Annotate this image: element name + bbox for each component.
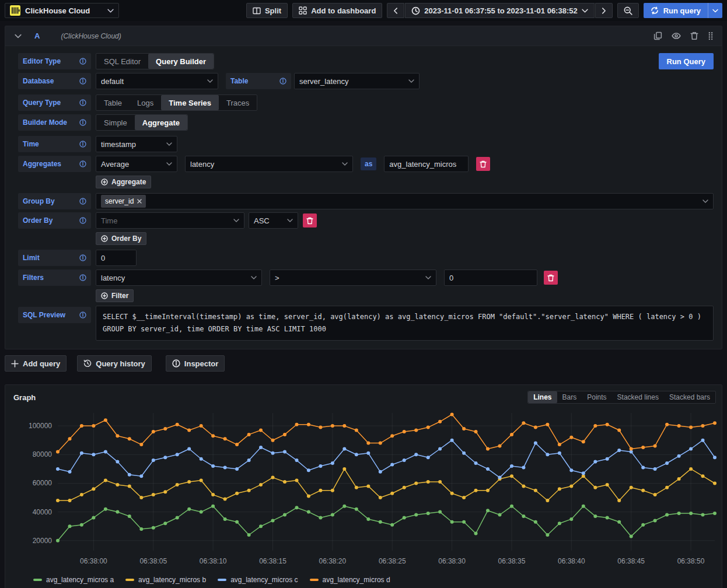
editor-type-sql-editor[interactable]: SQL Editor [96, 54, 148, 69]
sync-icon [651, 6, 659, 15]
trash-icon[interactable] [690, 32, 698, 40]
remove-tag-icon[interactable] [137, 199, 142, 204]
graph-mode-stacked-bars[interactable]: Stacked bars [664, 391, 715, 403]
series-point [68, 437, 72, 440]
info-icon[interactable] [79, 274, 86, 281]
builder-mode-simple[interactable]: Simple [96, 115, 135, 130]
remove-filter-button[interactable] [544, 271, 558, 285]
time-row: Time timestamp [18, 136, 714, 152]
info-icon[interactable] [79, 119, 86, 126]
time-column-select[interactable]: timestamp [96, 136, 177, 152]
series-point [713, 421, 716, 425]
graph-mode-points[interactable]: Points [582, 391, 611, 403]
sql-preview-code: SELECT $__timeInterval(timestamp) as tim… [96, 306, 714, 341]
info-icon[interactable] [79, 99, 86, 106]
filter-value-input[interactable] [444, 270, 537, 286]
aggregates-label: Aggregates [18, 156, 91, 172]
inspector-button[interactable]: Inspector [166, 355, 225, 372]
query-type-table[interactable]: Table [96, 95, 130, 110]
series-point [641, 466, 645, 469]
drag-handle-icon[interactable] [708, 32, 714, 40]
legend-item[interactable]: avg_latency_micros d [310, 576, 390, 584]
info-icon[interactable] [79, 160, 86, 167]
series-point [414, 429, 418, 432]
editor-type-query-builder[interactable]: Query Builder [148, 54, 214, 69]
add-to-dashboard-button[interactable]: Add to dashboard [292, 3, 382, 18]
legend-item[interactable]: avg_latency_micros b [125, 576, 206, 584]
builder-mode-aggregate[interactable]: Aggregate [135, 115, 187, 130]
limit-input[interactable] [96, 250, 137, 266]
graph-mode-lines[interactable]: Lines [528, 391, 557, 403]
series-point [259, 524, 263, 528]
aggregate-function-select[interactable]: Average [96, 156, 177, 172]
aggregate-column-select[interactable]: latency [185, 156, 353, 172]
collapse-chevron-icon[interactable] [15, 34, 22, 38]
add-query-button[interactable]: Add query [5, 355, 67, 372]
query-type-time-series[interactable]: Time Series [161, 95, 219, 110]
datasource-picker[interactable]: ClickHouse Cloud [5, 3, 119, 18]
info-icon[interactable] [279, 78, 286, 85]
order-by-direction-select[interactable]: ASC [249, 212, 298, 229]
legend-swatch-icon [125, 579, 134, 581]
aggregate-alias-input[interactable] [384, 156, 469, 172]
add-order-by-button[interactable]: Order By [96, 232, 146, 245]
series-point [259, 483, 263, 487]
series-point [701, 439, 705, 442]
legend-item[interactable]: avg_latency_micros c [218, 576, 298, 584]
zoom-out-button[interactable] [617, 3, 639, 18]
add-aggregate-button[interactable]: Aggregate [96, 176, 151, 188]
order-by-placeholder: Time [101, 216, 117, 225]
remove-aggregate-button[interactable] [476, 157, 490, 171]
time-range-forward-button[interactable] [595, 3, 613, 18]
series-point [569, 517, 573, 521]
duplicate-query-icon[interactable] [653, 32, 662, 40]
remove-order-by-button[interactable] [303, 214, 317, 228]
series-point [630, 486, 633, 489]
info-icon[interactable] [79, 198, 86, 205]
info-icon[interactable] [79, 58, 86, 65]
series-point [510, 474, 513, 478]
split-button[interactable]: Split [246, 3, 288, 18]
graph-mode-stacked-lines[interactable]: Stacked lines [612, 391, 664, 403]
series-point [331, 424, 334, 428]
series-point [630, 447, 633, 451]
run-query-dropdown[interactable] [708, 3, 722, 18]
run-query-editor-button[interactable]: Run Query [659, 53, 714, 69]
run-query-button[interactable]: Run query [644, 3, 722, 18]
group-by-multiselect[interactable]: server_id [96, 193, 714, 209]
database-select[interactable]: default [96, 73, 218, 89]
filter-operator-select[interactable]: > [270, 270, 436, 286]
series-point [283, 513, 286, 517]
order-by-field-select[interactable]: Time [96, 212, 244, 229]
eye-icon[interactable] [672, 32, 681, 40]
legend-label: avg_latency_micros b [138, 576, 206, 584]
series-point [211, 464, 215, 468]
order-by-label: Order By [18, 212, 91, 229]
graph-canvas[interactable]: 2000040000600008000010000006:38:0006:38:… [9, 406, 722, 573]
graph-mode-bars[interactable]: Bars [557, 391, 582, 403]
info-icon[interactable] [79, 78, 86, 85]
time-range-button[interactable]: 2023-11-01 06:37:55 to 2023-11-01 06:38:… [405, 3, 594, 18]
table-select[interactable]: server_latency [294, 73, 420, 89]
info-icon[interactable] [79, 254, 86, 261]
series-point [366, 452, 370, 455]
label-text: Table [230, 77, 248, 85]
info-icon[interactable] [79, 312, 86, 318]
series-point [56, 450, 60, 453]
series-point [534, 489, 537, 492]
series-point [438, 420, 442, 424]
series-point [606, 516, 609, 520]
legend-item[interactable]: avg_latency_micros a [33, 576, 114, 584]
query-datasource-hint: (ClickHouse Cloud) [61, 32, 645, 40]
query-type-traces[interactable]: Traces [219, 95, 257, 110]
query-row-header[interactable]: A (ClickHouse Cloud) [5, 26, 722, 46]
time-range-back-button[interactable] [387, 3, 404, 18]
filter-column-select[interactable]: latency [96, 270, 262, 286]
query-history-button[interactable]: Query history [77, 355, 152, 372]
add-filter-button[interactable]: Filter [96, 289, 134, 302]
info-icon[interactable] [79, 141, 86, 148]
info-icon[interactable] [79, 217, 86, 224]
series-point [617, 449, 621, 452]
add-filter-label: Filter [111, 292, 128, 300]
query-type-logs[interactable]: Logs [130, 95, 161, 110]
